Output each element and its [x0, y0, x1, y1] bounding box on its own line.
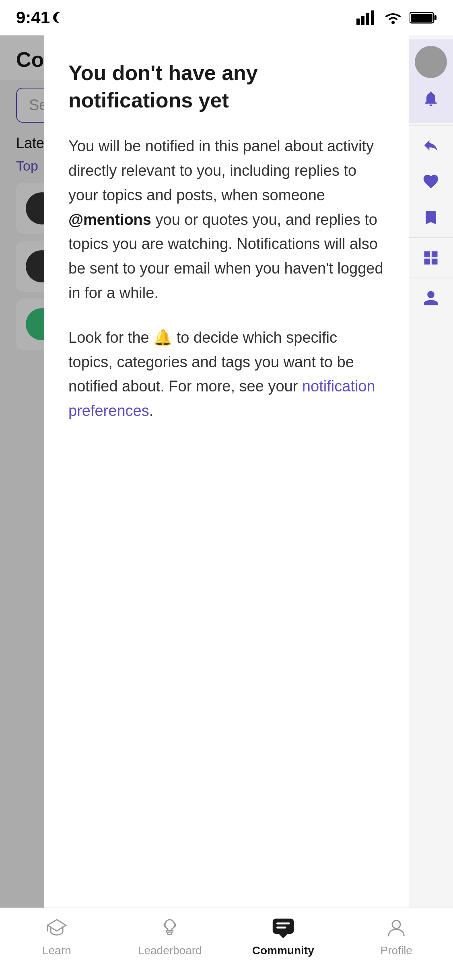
svg-rect-12 — [276, 926, 286, 929]
toolbar-divider-3 — [409, 278, 453, 278]
tab-bar: Learn Leaderboard Community — [0, 908, 453, 980]
notification-bell-button[interactable] — [413, 80, 449, 117]
user-profile-button[interactable] — [413, 280, 449, 316]
svg-rect-0 — [356, 19, 360, 25]
svg-rect-11 — [276, 922, 290, 924]
toolbar-divider-2 — [409, 237, 453, 238]
tab-profile[interactable]: Profile — [340, 916, 453, 957]
community-icon — [271, 916, 295, 940]
tab-profile-label: Profile — [381, 944, 412, 957]
svg-rect-6 — [434, 15, 437, 20]
learn-icon — [45, 916, 69, 940]
notification-body-1: You will be notified in this panel about… — [68, 134, 385, 305]
profile-icon — [384, 916, 408, 940]
toolbar-divider-1 — [409, 125, 453, 126]
categories-button[interactable] — [413, 240, 449, 276]
svg-point-4 — [391, 21, 395, 24]
svg-rect-10 — [273, 919, 294, 934]
leaderboard-icon — [158, 916, 182, 940]
toolbar-top-section — [409, 39, 453, 123]
bookmark-button[interactable] — [413, 200, 449, 236]
right-toolbar — [409, 35, 453, 908]
svg-rect-7 — [411, 14, 432, 22]
reply-button[interactable] — [413, 127, 449, 163]
svg-rect-9 — [168, 932, 172, 935]
tab-community-label: Community — [252, 944, 314, 957]
tab-learn[interactable]: Learn — [0, 916, 113, 957]
svg-rect-2 — [366, 13, 369, 25]
notification-title: You don't have any notifications yet — [68, 60, 385, 114]
tab-leaderboard-label: Leaderboard — [138, 944, 202, 957]
bell-inline-icon: 🔔 — [153, 329, 177, 346]
like-button[interactable] — [413, 163, 449, 200]
tab-leaderboard[interactable]: Leaderboard — [113, 916, 227, 957]
status-icons — [356, 10, 437, 25]
battery-icon — [410, 11, 437, 25]
tab-learn-label: Learn — [42, 944, 71, 957]
notification-panel: You don't have any notifications yet You… — [44, 35, 409, 980]
svg-point-13 — [392, 920, 400, 929]
mentions-text: @mentions — [68, 211, 151, 228]
status-time: 9:41 — [16, 8, 50, 27]
status-bar: 9:41 — [0, 0, 453, 35]
user-avatar[interactable] — [415, 46, 447, 78]
notification-body-2: Look for the 🔔 to decide which specific … — [68, 325, 385, 423]
svg-rect-3 — [371, 10, 374, 25]
signal-icon — [356, 10, 377, 25]
tab-community[interactable]: Community — [226, 916, 340, 957]
moon-icon — [52, 10, 67, 25]
svg-rect-1 — [361, 16, 364, 25]
wifi-icon — [383, 10, 403, 25]
